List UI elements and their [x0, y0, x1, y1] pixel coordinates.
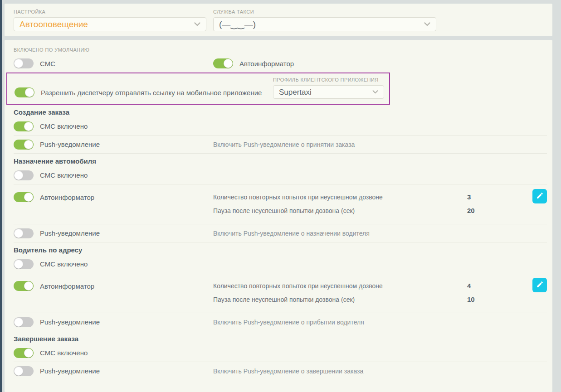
sms-toggle[interactable] [14, 121, 34, 131]
param-value: 4 [467, 279, 471, 293]
autoinformer-toggle[interactable] [14, 281, 34, 291]
push-description: Включить Push-уведомление о завершении з… [213, 368, 363, 375]
sms-enabled-label: СМС включено [40, 122, 88, 130]
setting-row: СМС включено [14, 344, 547, 362]
app-profile-label: ПРОФИЛЬ КЛИЕНТСКОГО ПРИЛОЖЕНИЯ [273, 77, 384, 82]
sms-enabled-label: СМС включено [40, 260, 88, 268]
param-name: Количество повторных попыток при неуспеш… [213, 279, 467, 293]
taxi-service-select-value: (—‿‿—) [219, 20, 256, 29]
push-description: Включить Push-уведомление о принятии зак… [213, 141, 355, 148]
autoinformer-label: Автоинформатор [40, 194, 94, 201]
push-label: Push-уведомление [40, 229, 100, 237]
toggle-knob [14, 59, 23, 68]
toggle-knob [14, 318, 23, 327]
setting-row: Push-уведомление Включить Push-уведомлен… [14, 362, 547, 380]
setting-row: СМС включено [14, 255, 547, 273]
section-title-order-creation: Создание заказа [14, 105, 547, 117]
toggle-knob [14, 367, 23, 376]
param-name: Пауза после неуспешной попытки дозвона (… [213, 204, 467, 218]
chevron-down-icon [372, 90, 378, 94]
param-value: 20 [467, 204, 475, 218]
toggle-knob [24, 193, 33, 202]
autoinformer-default-toggle[interactable] [213, 58, 233, 68]
setting-row: СМС включено [14, 166, 547, 184]
param-value: 10 [467, 293, 475, 306]
param-row: Количество повторных попыток при неуспеш… [213, 190, 475, 204]
sms-default-label: СМС [40, 60, 55, 68]
settings-panel: ВКЛЮЧЕНО ПО УМОЛЧАНИЮ СМС Автоинформатор… [5, 40, 552, 392]
filter-panel: НАСТРОЙКА Автооповещение СЛУЖБА ТАКСИ (—… [5, 4, 552, 36]
autoinformer-params: Количество повторных попыток при неуспеш… [213, 279, 475, 306]
autoinformer-row: Автоинформатор Количество повторных попы… [14, 273, 547, 313]
setting-row: Push-уведомление Включить Push-уведомлен… [14, 136, 547, 154]
toggle-knob [14, 260, 23, 269]
left-accent-strip [0, 0, 2, 392]
chevron-down-icon [424, 22, 430, 26]
setting-select[interactable]: Автооповещение [14, 17, 206, 31]
param-row: Пауза после неуспешной попытки дозвона (… [213, 293, 475, 306]
push-toggle[interactable] [14, 228, 34, 238]
autoinformer-label: Автоинформатор [40, 282, 94, 290]
param-name: Количество повторных попыток при неуспеш… [213, 190, 467, 204]
push-toggle[interactable] [14, 140, 34, 150]
taxi-service-label: СЛУЖБА ТАКСИ [213, 9, 436, 15]
param-name: Пауза после неуспешной попытки дозвона (… [213, 293, 467, 306]
app-profile-select-value: Supertaxi [279, 88, 312, 96]
default-toggles-row: СМС Автоинформатор [14, 54, 547, 73]
taxi-service-field: СЛУЖБА ТАКСИ (—‿‿—) [213, 9, 436, 31]
edit-button[interactable] [532, 189, 547, 203]
toggle-knob [14, 229, 23, 238]
push-description: Включить Push-уведомление о прибытии вод… [213, 319, 364, 326]
push-label: Push-уведомление [40, 367, 100, 375]
sms-toggle[interactable] [14, 348, 34, 358]
divider [8, 75, 388, 75]
autoinformer-toggle[interactable] [14, 192, 34, 202]
autoinformer-row: Автоинформатор Количество повторных попы… [14, 184, 547, 224]
toggle-knob [24, 122, 33, 131]
param-row: Количество повторных попыток при неуспеш… [213, 279, 475, 293]
toggle-knob [14, 171, 23, 180]
setting-row: СМС включено [14, 117, 547, 136]
section-title-car-assignment: Назначение автомобиля [14, 154, 547, 166]
dispatcher-link-label: Разрешить диспетчеру отправлять ссылку н… [41, 89, 262, 97]
section-title-driver-at-address: Водитель по адресу [14, 242, 547, 255]
param-row: Пауза после неуспешной попытки дозвона (… [213, 204, 475, 218]
sms-enabled-label: СМС включено [40, 171, 88, 179]
sms-default-setting: СМС [14, 58, 213, 68]
setting-row: Push-уведомление Включить Push-уведомлен… [14, 224, 547, 242]
autoinformer-params: Количество повторных попыток при неуспеш… [213, 190, 475, 218]
section-title-order-completion: Завершение заказа [14, 331, 547, 344]
setting-row: Push-уведомление Включить Push-уведомлен… [14, 313, 547, 331]
app-profile-field: ПРОФИЛЬ КЛИЕНТСКОГО ПРИЛОЖЕНИЯ Supertaxi [273, 77, 384, 99]
push-description: Включить Push-уведомление о назначении в… [213, 230, 370, 237]
push-label: Push-уведомление [40, 318, 100, 326]
push-toggle[interactable] [14, 366, 34, 376]
chevron-down-icon [194, 22, 200, 26]
dispatcher-link-toggle[interactable] [15, 87, 34, 97]
default-enabled-caption: ВКЛЮЧЕНО ПО УМОЛЧАНИЮ [14, 47, 552, 54]
edit-button[interactable] [532, 278, 547, 292]
push-toggle[interactable] [14, 317, 34, 327]
push-label: Push-уведомление [40, 140, 100, 148]
sms-default-toggle[interactable] [14, 58, 34, 68]
sms-toggle[interactable] [14, 170, 34, 180]
setting-field: НАСТРОЙКА Автооповещение [14, 9, 206, 31]
toggle-knob [24, 348, 33, 358]
toggle-knob [25, 88, 34, 97]
pencil-icon [536, 192, 544, 201]
sms-toggle[interactable] [14, 259, 34, 269]
pencil-icon [536, 281, 544, 290]
autoinformer-default-setting: Автоинформатор [213, 58, 413, 68]
app-profile-select[interactable]: Supertaxi [273, 85, 384, 99]
highlighted-dispatcher-link-setting: Разрешить диспетчеру отправлять ссылку н… [6, 73, 390, 105]
autoinformer-default-label: Автоинформатор [239, 60, 294, 68]
toggle-knob [24, 140, 33, 149]
toggle-knob [24, 281, 33, 290]
toggle-knob [224, 59, 233, 68]
sms-enabled-label: СМС включено [40, 349, 88, 357]
setting-select-value: Автооповещение [20, 20, 88, 29]
dispatcher-link-row: Разрешить диспетчеру отправлять ссылку н… [15, 87, 262, 97]
param-value: 3 [467, 190, 471, 204]
setting-label: НАСТРОЙКА [14, 9, 206, 15]
taxi-service-select[interactable]: (—‿‿—) [213, 17, 436, 31]
